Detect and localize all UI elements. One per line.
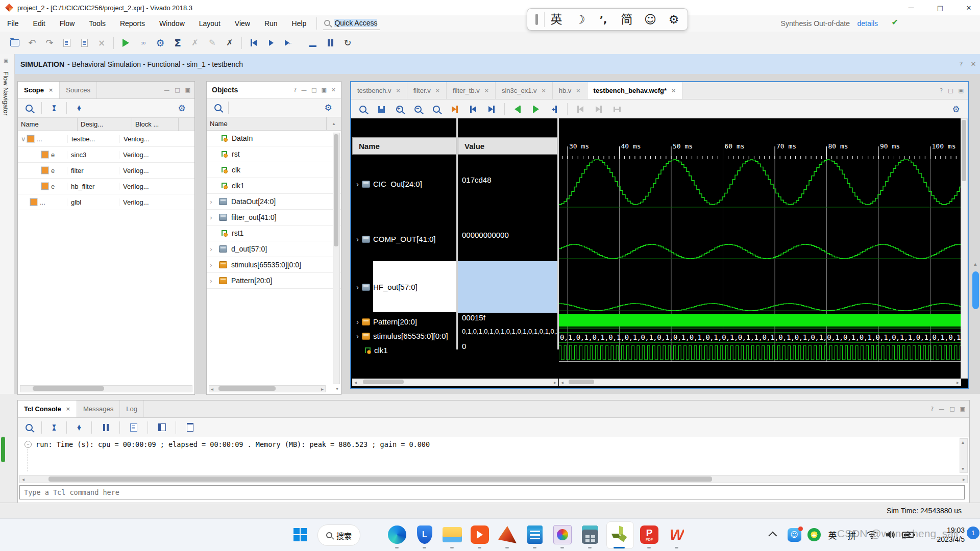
wave-search-button[interactable] <box>354 102 372 117</box>
ime-emoji-button[interactable]: ☺ <box>639 14 662 26</box>
scroll-right-icon[interactable]: ▸ <box>321 387 324 392</box>
list-item[interactable]: ›DataOut[24:0] <box>207 194 341 210</box>
taskbar-notes-app[interactable] <box>524 523 546 546</box>
names-hscrollbar[interactable]: ◂ ▸ <box>352 379 558 386</box>
tab-sin3c-ex1-v[interactable]: sin3c_ex1.v× <box>496 82 553 99</box>
close-icon[interactable]: × <box>484 88 489 93</box>
expand-icon[interactable]: › <box>210 261 216 269</box>
expand-icon[interactable]: › <box>356 283 359 291</box>
next-marker-button[interactable] <box>590 102 607 117</box>
close-icon[interactable]: × <box>435 88 440 93</box>
zoom-out-button[interactable] <box>409 102 427 117</box>
redo-button[interactable]: ↷ <box>41 35 58 51</box>
scope-row-sinc3[interactable]: e sinc3 Verilog... <box>18 147 194 163</box>
taskbar-calculator[interactable] <box>579 523 601 546</box>
taskbar-matlab[interactable] <box>496 523 519 546</box>
close-icon[interactable]: × <box>542 88 546 93</box>
page-scrollbar-thumb[interactable] <box>972 271 979 309</box>
scope-row-filter[interactable]: e filter Verilog... <box>18 163 194 179</box>
prev-transition-button[interactable] <box>509 102 526 117</box>
close-icon[interactable]: × <box>66 406 70 412</box>
expand-icon[interactable]: › <box>210 277 216 285</box>
column-splitter[interactable] <box>456 118 458 349</box>
page-scroll-up-icon[interactable]: ▴ <box>974 261 977 267</box>
expand-icon[interactable]: › <box>356 180 359 188</box>
notification-badge[interactable]: 1 <box>967 527 979 539</box>
goto-time-button[interactable] <box>446 102 463 117</box>
scrollbar-thumb[interactable] <box>569 380 594 384</box>
tab-messages[interactable]: Messages <box>77 400 120 417</box>
menu-reports[interactable]: Reports <box>113 15 152 32</box>
ime-settings-button[interactable]: ⚙ <box>662 14 685 26</box>
close-button[interactable]: ✕ <box>959 2 979 13</box>
minimize-button[interactable]: — <box>901 2 921 13</box>
expand-icon[interactable]: › <box>356 332 359 340</box>
scroll-left-icon[interactable]: ◂ <box>354 380 357 385</box>
clear-console-button[interactable] <box>181 420 199 435</box>
scroll-right-icon[interactable]: ▸ <box>957 380 959 385</box>
copy-button[interactable] <box>58 35 76 51</box>
wave-settings-icon[interactable]: ⚙ <box>947 102 965 117</box>
scrollbar-thumb[interactable] <box>218 386 276 391</box>
wave-hscrollbar[interactable]: ◂ ▸ <box>559 379 961 386</box>
step-count-button[interactable]: 10 <box>134 35 152 51</box>
quick-access-search[interactable]: Quick Access <box>323 17 380 30</box>
tray-expand-button[interactable] <box>766 523 782 546</box>
menu-flow[interactable]: Flow <box>53 15 82 32</box>
paste-button[interactable] <box>76 35 93 51</box>
tcl-hscrollbar[interactable]: ◂ ▸ <box>19 475 968 483</box>
panel-float-icon[interactable]: ▣ <box>185 87 190 93</box>
col-design[interactable]: Desig... <box>78 118 132 131</box>
restart-button[interactable] <box>245 35 262 51</box>
taskbar-file-explorer[interactable] <box>441 523 463 546</box>
tab-scope[interactable]: Scope× <box>18 82 60 98</box>
ime-halfmoon-button[interactable]: ☽ <box>568 14 592 26</box>
scroll-up-icon[interactable]: ▴ <box>962 440 964 445</box>
step-button[interactable] <box>304 35 322 51</box>
close-icon[interactable]: × <box>48 87 53 93</box>
taskbar-search[interactable]: 搜索 <box>317 524 360 546</box>
collapse-all-button[interactable]: ▼▲ <box>47 101 61 116</box>
break-button[interactable]: ✗ <box>221 35 238 51</box>
help-icon[interactable]: ? <box>940 87 943 94</box>
swap-cursor-button[interactable] <box>608 102 626 117</box>
zoom-fit-button[interactable] <box>428 102 445 117</box>
start-button[interactable] <box>289 523 311 546</box>
run-for-button[interactable]: ⌐ <box>280 35 297 51</box>
pause-button[interactable] <box>322 35 339 51</box>
expand-all-button[interactable]: ▲▼ <box>72 420 86 435</box>
panel-float-icon[interactable]: ▣ <box>959 87 964 94</box>
list-item[interactable]: clk <box>207 162 341 178</box>
scope-hscrollbar[interactable] <box>20 385 192 392</box>
list-item[interactable]: ›d_out[57:0] <box>207 241 341 257</box>
col-name[interactable]: Name <box>18 118 78 131</box>
objects-settings-icon[interactable]: ⚙ <box>320 100 337 115</box>
undo-button[interactable]: ↶ <box>23 35 41 51</box>
expand-all-button[interactable]: ▲▼ <box>72 101 86 116</box>
details-link[interactable]: details <box>857 19 878 28</box>
menu-layout[interactable]: Layout <box>192 15 228 32</box>
panel-min-icon[interactable]: — <box>301 87 307 93</box>
sigma-button[interactable]: Σ <box>169 35 186 51</box>
zoom-in-button[interactable] <box>391 102 408 117</box>
panel-float-icon[interactable]: ▣ <box>960 406 965 412</box>
selected-value-cell[interactable] <box>458 261 557 313</box>
relaunch-button[interactable]: ↻ <box>339 35 356 51</box>
tcl-vscrollbar[interactable]: ▴ ▾ <box>960 438 968 473</box>
col-name[interactable]: Name <box>207 117 327 130</box>
taskbar-video-app[interactable] <box>469 523 491 546</box>
scroll-down-icon[interactable]: ▾ <box>962 466 964 471</box>
scrollbar-thumb[interactable] <box>33 386 104 391</box>
tab-tcl-console[interactable]: Tcl Console× <box>18 400 77 417</box>
goto-end-button[interactable] <box>483 102 500 117</box>
scroll-down-icon[interactable]: ▾ <box>336 386 338 391</box>
tab-testbench-behav-wcfg[interactable]: testbench_behav.wcfg*× <box>587 82 683 99</box>
tcl-pause-button[interactable] <box>97 420 114 435</box>
panel-min-icon[interactable]: — <box>164 87 169 93</box>
wave-save-button[interactable] <box>373 102 390 117</box>
menu-edit[interactable]: Edit <box>26 15 53 32</box>
menu-help[interactable]: Help <box>285 15 314 32</box>
help-icon[interactable]: ? <box>930 406 934 412</box>
tab-filter-v[interactable]: filter.v× <box>407 82 447 99</box>
panel-float-icon[interactable]: ▣ <box>321 87 326 93</box>
